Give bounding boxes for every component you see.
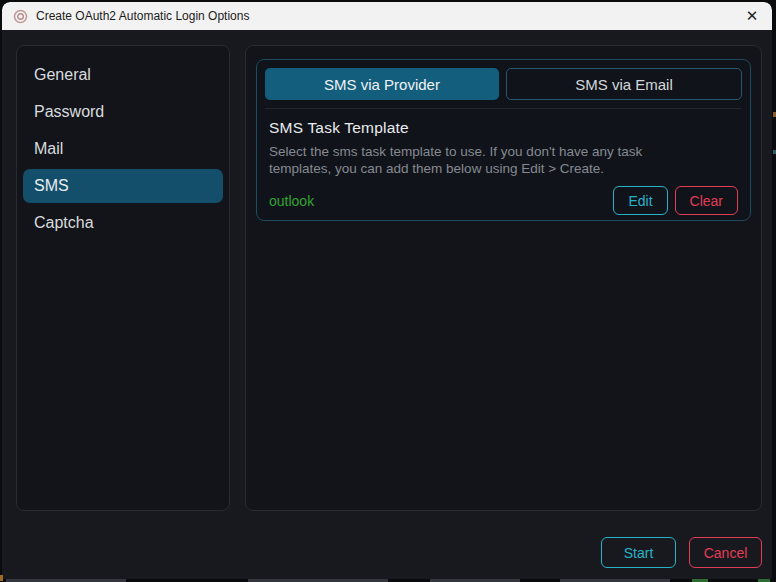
sms-mode-tabs: SMS via Provider SMS via Email: [265, 68, 742, 100]
clear-button[interactable]: Clear: [675, 186, 738, 215]
sidebar-item-general[interactable]: General: [23, 58, 223, 92]
sms-template-card: SMS via Provider SMS via Email SMS Task …: [256, 59, 751, 221]
section-description-line1: Select the sms task template to use. If …: [269, 144, 642, 159]
sidebar-item-sms[interactable]: SMS: [23, 169, 223, 203]
selected-template-value: outlook: [269, 193, 314, 209]
settings-sidebar: General Password Mail SMS Captcha: [16, 45, 230, 511]
template-row: outlook Edit Clear: [269, 186, 738, 215]
tab-separator: [265, 108, 742, 109]
tab-sms-via-email[interactable]: SMS via Email: [506, 68, 742, 100]
background-window-sliver: [0, 575, 3, 581]
app-logo-icon: [12, 8, 28, 24]
sidebar-item-password[interactable]: Password: [23, 95, 223, 129]
sidebar-item-captcha[interactable]: Captcha: [23, 206, 223, 240]
close-icon[interactable]: ✕: [732, 2, 772, 30]
dialog-window: Create OAuth2 Automatic Login Options ✕ …: [2, 2, 772, 579]
titlebar: Create OAuth2 Automatic Login Options ✕: [2, 2, 772, 30]
section-description-line2: templates, you can add them below using …: [269, 161, 604, 176]
screen: { "window": { "title": "Create OAuth2 Au…: [0, 0, 776, 582]
section-title: SMS Task Template: [269, 119, 738, 137]
cancel-button[interactable]: Cancel: [689, 537, 762, 568]
sms-settings-panel: SMS via Provider SMS via Email SMS Task …: [245, 45, 762, 511]
section-description: Select the sms task template to use. If …: [269, 143, 738, 177]
window-title: Create OAuth2 Automatic Login Options: [36, 9, 249, 23]
tab-sms-via-provider[interactable]: SMS via Provider: [265, 68, 499, 100]
sidebar-item-mail[interactable]: Mail: [23, 132, 223, 166]
start-button[interactable]: Start: [601, 537, 676, 568]
edit-button[interactable]: Edit: [613, 186, 667, 215]
